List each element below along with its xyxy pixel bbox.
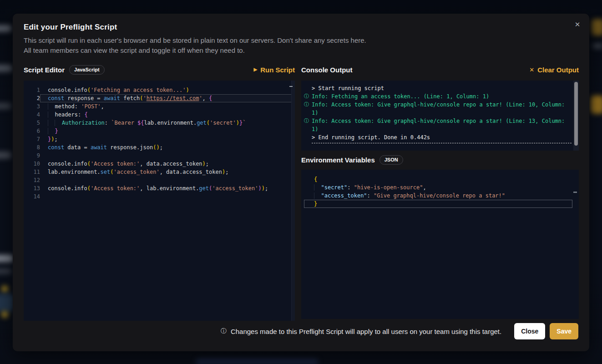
code-token: : xyxy=(105,120,111,126)
code-token: fetch xyxy=(120,95,140,101)
line-number: 1 xyxy=(24,86,40,94)
code-token: } xyxy=(314,201,317,207)
console-scrollbar-thumb[interactable] xyxy=(574,82,578,146)
code-line-content: console.info('Access token:', lab.enviro… xyxy=(40,184,295,192)
environment-variables-editor[interactable]: { "secret": "hive-is-open-source", "acce… xyxy=(301,170,579,319)
code-token: ( xyxy=(110,169,113,175)
env-line[interactable]: } xyxy=(304,200,572,208)
code-line[interactable]: 7}); xyxy=(24,135,295,143)
code-token xyxy=(55,120,61,126)
code-line[interactable]: 5 Authorization: `Bearer ${lab.environme… xyxy=(24,119,295,127)
code-token: console.info xyxy=(48,161,87,167)
code-line[interactable]: 2const response = await fetch('https://t… xyxy=(24,94,295,102)
code-token: const xyxy=(48,144,64,151)
script-editor-header: Script Editor JavaScript ▶ Run Script xyxy=(24,65,295,74)
play-icon: ▶ xyxy=(253,67,257,72)
console-line-text: > End running script. Done in 0.442s xyxy=(312,133,572,142)
backdrop-blob xyxy=(0,103,12,109)
code-token: https://test.com xyxy=(147,95,199,101)
env-line[interactable]: "access_token": "Give graphql-hive/conso… xyxy=(304,192,572,200)
modal-description-line-2: All team members can view the script and… xyxy=(24,46,366,56)
code-token: 'Access token:' xyxy=(91,161,140,167)
line-number: 3 xyxy=(24,102,40,111)
console-line: > End running script. Done in 0.442s xyxy=(301,133,579,142)
run-script-label: Run Script xyxy=(260,66,295,74)
line-number: 10 xyxy=(24,160,40,168)
script-code-editor[interactable]: 1console.info('Fetching an access token.… xyxy=(24,81,295,321)
code-line[interactable]: 1console.info('Fetching an access token.… xyxy=(24,86,295,94)
run-script-button[interactable]: ▶ Run Script xyxy=(253,66,295,74)
backdrop-blob xyxy=(0,25,12,32)
code-line[interactable]: 6 } xyxy=(24,127,295,135)
console-line-text: Info: Fetching an access token... (Line:… xyxy=(312,92,572,101)
editor-overview-marker xyxy=(289,86,293,87)
line-number: 9 xyxy=(24,152,40,160)
console-line-text: Info: Access token: Give graphql-hive/co… xyxy=(312,117,572,133)
code-token: , xyxy=(423,184,426,191)
env-scrollbar-marker xyxy=(573,192,577,193)
code-token: , data.access_token xyxy=(160,169,222,175)
console-output-section: Console Output ✕ Clear Output > Start ru… xyxy=(301,65,579,319)
code-line-content: console.info('Access token:', data.acces… xyxy=(40,160,295,168)
code-token: } xyxy=(55,128,58,134)
code-token: ( xyxy=(87,87,91,93)
modal-description-line-1: This script will run in each user's brow… xyxy=(24,35,366,46)
info-icon: ⓘ xyxy=(221,327,227,335)
save-button[interactable]: Save xyxy=(550,323,578,339)
env-line[interactable]: "secret": "hive-is-open-source", xyxy=(304,183,572,192)
code-token: ( xyxy=(87,161,91,167)
line-number: 12 xyxy=(24,176,40,184)
code-token: "access_token" xyxy=(321,192,367,199)
code-token: ) xyxy=(236,120,239,126)
code-line[interactable]: 13console.info('Access token:', lab.envi… xyxy=(24,184,295,192)
code-token: set xyxy=(101,169,111,175)
code-line-content xyxy=(40,152,295,160)
line-number: 4 xyxy=(24,111,40,119)
code-line[interactable]: 3 method: 'POST', xyxy=(24,102,295,111)
code-token: console.info xyxy=(48,185,87,192)
code-line[interactable]: 10console.info('Access token:', data.acc… xyxy=(24,160,295,168)
code-line[interactable]: 9 xyxy=(24,152,295,160)
code-line-content: const response = await fetch('https://te… xyxy=(40,94,295,102)
code-token: `Bearer xyxy=(111,120,137,126)
code-line-content xyxy=(40,176,295,184)
modal-title: Edit your Preflight Script xyxy=(24,23,117,32)
code-token: ' xyxy=(143,95,147,101)
clear-icon: ✕ xyxy=(529,67,534,73)
console-line: ⓘInfo: Fetching an access token... (Line… xyxy=(301,92,579,101)
code-line[interactable]: 14 xyxy=(24,192,295,201)
modal-footer: ⓘ Changes made to this Preflight Script … xyxy=(24,322,578,340)
code-token: 'Fetching an access token...' xyxy=(91,87,186,93)
code-token: , xyxy=(101,103,104,110)
console-output-panel[interactable]: > Start running scriptⓘInfo: Fetching an… xyxy=(301,81,579,151)
close-button[interactable]: Close xyxy=(514,323,545,339)
code-line[interactable]: 8const data = await response.json(); xyxy=(24,143,295,152)
code-line[interactable]: 12 xyxy=(24,176,295,184)
code-token: "secret" xyxy=(321,184,347,191)
footer-note: ⓘ Changes made to this Preflight Script … xyxy=(221,327,501,335)
code-token: Authorization xyxy=(62,120,105,126)
code-token: ) xyxy=(202,161,206,167)
editor-scrollbar-strip[interactable] xyxy=(291,81,295,321)
code-token: ; xyxy=(160,144,163,151)
code-token: 'access_token' xyxy=(212,185,258,192)
code-token: 'access_token' xyxy=(114,169,160,175)
backdrop-blob xyxy=(0,268,12,274)
close-icon[interactable]: ✕ xyxy=(572,19,583,30)
line-number: 6 xyxy=(24,127,40,135)
code-token: 'POST' xyxy=(81,103,101,110)
code-token xyxy=(48,128,55,134)
code-line[interactable]: 4 headers: { xyxy=(24,111,295,119)
backdrop-blob xyxy=(0,255,14,262)
code-line-content: }); xyxy=(40,135,295,143)
env-line[interactable]: { xyxy=(304,175,572,183)
code-line[interactable]: 11lab.environment.set('access_token', da… xyxy=(24,168,295,176)
line-number: 8 xyxy=(24,143,40,152)
code-token: , lab.environment. xyxy=(140,185,199,192)
backdrop-blob xyxy=(591,96,602,114)
code-token: : xyxy=(367,192,374,199)
json-badge: JSON xyxy=(379,155,403,165)
console-line-spacer xyxy=(304,133,312,142)
clear-output-button[interactable]: ✕ Clear Output xyxy=(529,66,579,74)
code-token: headers: xyxy=(55,111,84,118)
